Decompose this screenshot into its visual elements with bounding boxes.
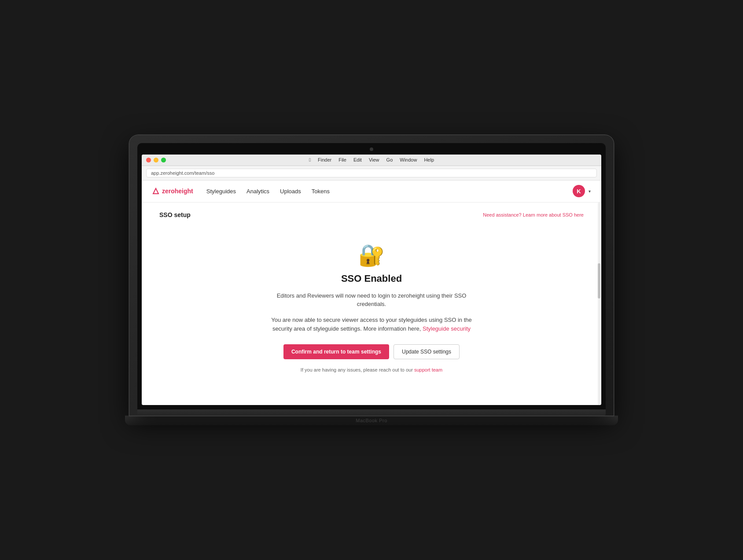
macos-bar:  Finder File Edit View Go Window Help [142,155,601,166]
scrollbar-thumb[interactable] [598,263,600,298]
logo-icon [152,188,159,195]
sso-title: SSO Enabled [341,273,402,284]
chevron-down-icon[interactable]: ▾ [589,189,591,194]
macos-menu:  Finder File Edit View Go Window Help [309,157,434,162]
browser-url-bar[interactable]: app.zeroheight.com/team/sso [146,169,597,177]
main-content: SSO setup Need assistance? Learn more ab… [142,203,601,405]
screen-bezel:  Finder File Edit View Go Window Help a… [137,143,606,409]
maximize-dot[interactable] [161,158,166,162]
laptop-model-label: MacBook Pro [356,418,387,423]
support-team-link[interactable]: support team [414,367,442,372]
nav-styleguides[interactable]: Styleguides [206,186,236,196]
app-logo[interactable]: zeroheight [152,188,193,195]
page-title: SSO setup [159,211,191,218]
menu-edit[interactable]: Edit [353,157,362,162]
close-dot[interactable] [146,158,151,162]
logo-text: zeroheight [162,188,193,195]
laptop-outer:  Finder File Edit View Go Window Help a… [129,135,614,416]
help-link[interactable]: Need assistance? Learn more about SSO he… [483,212,584,217]
menu-window[interactable]: Window [400,157,417,162]
content-wrap: SSO setup Need assistance? Learn more ab… [142,203,601,405]
menu-help[interactable]: Help [424,157,434,162]
support-text-before: If you are having any issues, please rea… [301,367,413,372]
action-buttons: Confirm and return to team settings Upda… [283,344,460,359]
browser-chrome: app.zeroheight.com/team/sso [142,166,601,181]
screen:  Finder File Edit View Go Window Help a… [142,155,601,405]
page-header: SSO setup Need assistance? Learn more ab… [159,211,584,218]
svg-marker-0 [153,188,158,194]
sso-description-1: Editors and Reviewers will now need to l… [270,291,473,309]
update-sso-button[interactable]: Update SSO settings [394,344,460,359]
support-text: If you are having any issues, please rea… [301,367,442,372]
nav-uploads[interactable]: Uploads [280,186,301,196]
scrollbar[interactable] [598,203,600,405]
nav-right: K ▾ [573,185,591,197]
menu-finder[interactable]: Finder [318,157,331,162]
menu-apple[interactable]:  [309,157,311,162]
sso-content: 🔐 SSO Enabled Editors and Reviewers will… [159,236,584,382]
nav-links: Styleguides Analytics Uploads Tokens [206,186,573,196]
laptop:  Finder File Edit View Go Window Help a… [129,135,614,425]
laptop-base: MacBook Pro [125,416,618,425]
avatar[interactable]: K [573,185,585,197]
app-navbar: zeroheight Styleguides Analytics Uploads… [142,181,601,203]
menu-go[interactable]: Go [386,157,393,162]
styleguide-security-link[interactable]: Styleguide security [423,325,471,332]
lock-icon: 🔐 [358,245,385,266]
laptop-hinge [137,409,606,416]
nav-tokens[interactable]: Tokens [312,186,330,196]
nav-analytics[interactable]: Analytics [246,186,269,196]
menu-view[interactable]: View [369,157,379,162]
confirm-button[interactable]: Confirm and return to team settings [283,344,389,359]
menu-file[interactable]: File [338,157,346,162]
minimize-dot[interactable] [154,158,158,162]
sso-description-2: You are now able to secure viewer access… [261,316,482,334]
